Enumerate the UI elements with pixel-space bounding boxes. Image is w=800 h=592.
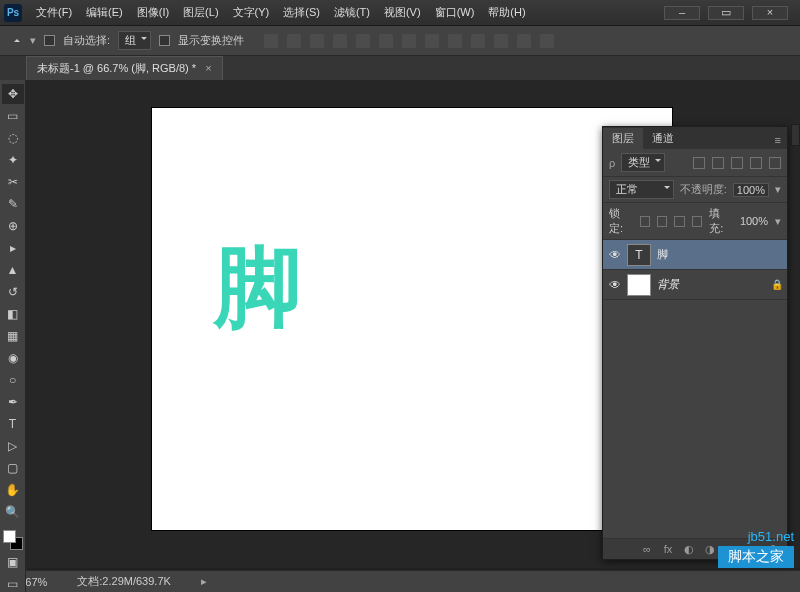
maximize-button[interactable]: ▭ bbox=[708, 6, 744, 20]
link-layers-icon[interactable]: ∞ bbox=[641, 543, 653, 555]
menu-image[interactable]: 图像(I) bbox=[131, 3, 175, 22]
document-tab-title: 未标题-1 @ 66.7% (脚, RGB/8) * bbox=[37, 62, 196, 74]
adjustment-icon[interactable]: ◑ bbox=[704, 543, 716, 555]
shape-tool[interactable]: ▢ bbox=[2, 458, 24, 478]
filter-type-icon[interactable] bbox=[731, 157, 743, 169]
healing-tool[interactable]: ⊕ bbox=[2, 216, 24, 236]
doc-info-dropdown-icon[interactable]: ▸ bbox=[201, 575, 207, 588]
blend-mode-select[interactable]: 正常 bbox=[609, 180, 674, 199]
lock-icon: 🔒 bbox=[771, 279, 787, 290]
close-button[interactable]: × bbox=[752, 6, 788, 20]
window-controls: – ▭ × bbox=[664, 6, 796, 20]
minimize-button[interactable]: – bbox=[664, 6, 700, 20]
visibility-toggle[interactable]: 👁 bbox=[603, 278, 627, 292]
opacity-value[interactable]: 100% bbox=[733, 183, 769, 197]
blur-tool[interactable]: ◉ bbox=[2, 348, 24, 368]
align-icon[interactable] bbox=[540, 34, 554, 48]
layer-thumbnail[interactable] bbox=[627, 274, 651, 296]
type-tool[interactable]: T bbox=[2, 414, 24, 434]
screenmode-toggle[interactable]: ▭ bbox=[2, 574, 24, 592]
align-icon[interactable] bbox=[379, 34, 393, 48]
document-canvas[interactable]: 脚 bbox=[152, 108, 672, 530]
brush-tool[interactable]: ▸ bbox=[2, 238, 24, 258]
mask-icon[interactable]: ◐ bbox=[683, 543, 695, 555]
watermark: jb51.net 脚本之家 bbox=[718, 529, 794, 568]
stamp-tool[interactable]: ▲ bbox=[2, 260, 24, 280]
menu-help[interactable]: 帮助(H) bbox=[482, 3, 531, 22]
lock-all-icon[interactable] bbox=[692, 216, 702, 227]
blend-opacity-row: 正常 不透明度: 100% ▾ bbox=[603, 177, 787, 203]
panel-menu-icon[interactable]: ≡ bbox=[769, 131, 787, 149]
align-icon[interactable] bbox=[402, 34, 416, 48]
document-tab[interactable]: 未标题-1 @ 66.7% (脚, RGB/8) * × bbox=[26, 56, 223, 80]
panel-collapse-grip[interactable] bbox=[791, 124, 800, 146]
menu-layer[interactable]: 图层(L) bbox=[177, 3, 224, 22]
layer-name[interactable]: 背景 bbox=[657, 277, 771, 292]
show-transform-label: 显示变换控件 bbox=[178, 33, 244, 48]
lasso-tool[interactable]: ◌ bbox=[2, 128, 24, 148]
fill-value[interactable]: 100% bbox=[740, 215, 768, 227]
align-icon[interactable] bbox=[356, 34, 370, 48]
layer-item[interactable]: 👁 背景 🔒 bbox=[603, 270, 787, 300]
layer-thumbnail-text[interactable]: T bbox=[627, 244, 651, 266]
menu-filter[interactable]: 滤镜(T) bbox=[328, 3, 376, 22]
path-tool[interactable]: ▷ bbox=[2, 436, 24, 456]
text-layer-content[interactable]: 脚 bbox=[214, 228, 298, 347]
auto-select-target[interactable]: 组 bbox=[118, 31, 151, 50]
pen-tool[interactable]: ✒ bbox=[2, 392, 24, 412]
menu-window[interactable]: 窗口(W) bbox=[429, 3, 481, 22]
align-icon[interactable] bbox=[425, 34, 439, 48]
eraser-tool[interactable]: ◧ bbox=[2, 304, 24, 324]
filter-smart-icon[interactable] bbox=[769, 157, 781, 169]
fx-icon[interactable]: fx bbox=[662, 543, 674, 555]
watermark-cn: 脚本之家 bbox=[718, 546, 794, 568]
align-icon[interactable] bbox=[517, 34, 531, 48]
zoom-tool[interactable]: 🔍 bbox=[2, 502, 24, 522]
menu-view[interactable]: 视图(V) bbox=[378, 3, 427, 22]
align-icon[interactable] bbox=[310, 34, 324, 48]
wand-tool[interactable]: ✦ bbox=[2, 150, 24, 170]
quickmask-toggle[interactable]: ▣ bbox=[2, 552, 24, 572]
layer-item[interactable]: 👁 T 脚 bbox=[603, 240, 787, 270]
lock-position-icon[interactable] bbox=[674, 216, 684, 227]
hand-tool[interactable]: ✋ bbox=[2, 480, 24, 500]
align-icon[interactable] bbox=[494, 34, 508, 48]
history-brush-tool[interactable]: ↺ bbox=[2, 282, 24, 302]
auto-select-checkbox[interactable] bbox=[44, 35, 55, 46]
dodge-tool[interactable]: ○ bbox=[2, 370, 24, 390]
color-swatch[interactable] bbox=[3, 530, 23, 550]
align-icon[interactable] bbox=[448, 34, 462, 48]
align-icon[interactable] bbox=[333, 34, 347, 48]
layer-list: 👁 T 脚 👁 背景 🔒 bbox=[603, 240, 787, 300]
align-icon[interactable] bbox=[471, 34, 485, 48]
crop-tool[interactable]: ✂ bbox=[2, 172, 24, 192]
opacity-dropdown-icon[interactable]: ▾ bbox=[775, 183, 781, 196]
filter-shape-icon[interactable] bbox=[750, 157, 762, 169]
close-tab-icon[interactable]: × bbox=[205, 62, 211, 74]
document-tab-bar: 未标题-1 @ 66.7% (脚, RGB/8) * × bbox=[0, 56, 800, 80]
visibility-toggle[interactable]: 👁 bbox=[603, 248, 627, 262]
filter-adjust-icon[interactable] bbox=[712, 157, 724, 169]
filter-pixel-icon[interactable] bbox=[693, 157, 705, 169]
move-tool[interactable]: ✥ bbox=[2, 84, 24, 104]
tab-channels[interactable]: 通道 bbox=[643, 128, 683, 149]
filter-type-select[interactable]: 类型 bbox=[621, 153, 665, 172]
show-transform-checkbox[interactable] bbox=[159, 35, 170, 46]
doc-info[interactable]: 文档:2.29M/639.7K bbox=[77, 574, 171, 589]
eyedropper-tool[interactable]: ✎ bbox=[2, 194, 24, 214]
opacity-label: 不透明度: bbox=[680, 182, 727, 197]
lock-transparent-icon[interactable] bbox=[640, 216, 650, 227]
align-icon[interactable] bbox=[264, 34, 278, 48]
gradient-tool[interactable]: ▦ bbox=[2, 326, 24, 346]
menu-edit[interactable]: 编辑(E) bbox=[80, 3, 129, 22]
marquee-tool[interactable]: ▭ bbox=[2, 106, 24, 126]
align-icon[interactable] bbox=[287, 34, 301, 48]
fill-dropdown-icon[interactable]: ▾ bbox=[775, 215, 781, 228]
tab-layers[interactable]: 图层 bbox=[603, 128, 643, 149]
menu-type[interactable]: 文字(Y) bbox=[227, 3, 276, 22]
layer-name[interactable]: 脚 bbox=[657, 247, 787, 262]
lock-pixels-icon[interactable] bbox=[657, 216, 667, 227]
menu-file[interactable]: 文件(F) bbox=[30, 3, 78, 22]
tool-preset-dropdown[interactable]: ▾ bbox=[30, 34, 36, 47]
menu-select[interactable]: 选择(S) bbox=[277, 3, 326, 22]
